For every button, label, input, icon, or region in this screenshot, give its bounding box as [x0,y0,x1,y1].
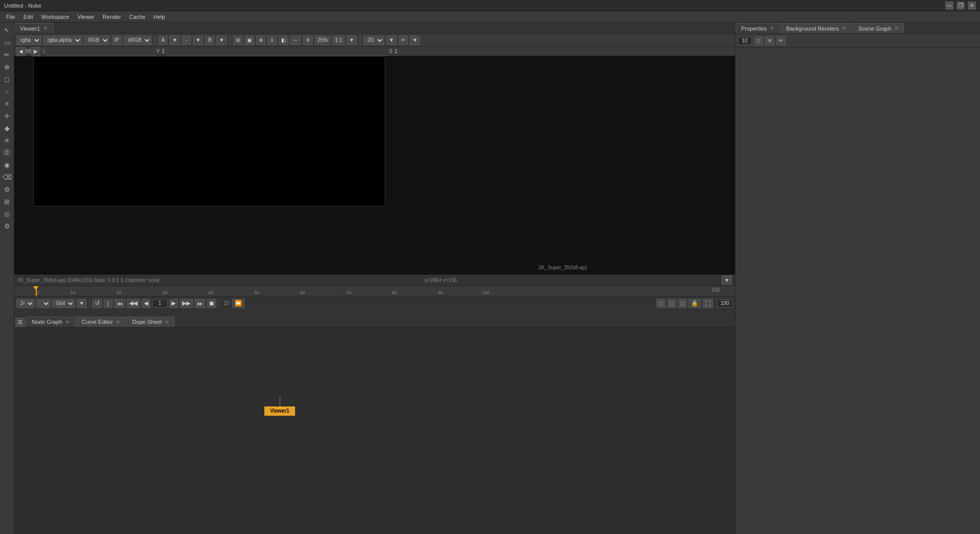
b-button[interactable]: B [205,36,214,45]
viewer-node-box[interactable]: Viewer1 [264,406,295,416]
fast-forward-btn[interactable]: ⏩ [232,299,244,308]
clone-icon[interactable]: ⊕ [2,61,13,72]
compare-icon[interactable]: ≡ [267,36,277,45]
in-out-btn[interactable]: ◼ [207,299,216,308]
wipe-icon[interactable]: ◧ [279,36,288,45]
dropdown-b[interactable]: ▼ [216,36,227,45]
menu-help[interactable]: Help [150,13,169,21]
eye-icon[interactable]: ◉ [2,159,13,170]
viewer-a-btn[interactable]: □ [656,299,666,308]
clip-icon[interactable]: ▣ [244,36,254,45]
global-select[interactable]: Global [52,299,75,308]
viewer1-tab[interactable]: Viewer1 ✕ [14,23,53,33]
go-end-btn[interactable]: ⏭ [194,299,205,308]
flipx-icon[interactable]: ↔ [290,36,301,45]
pencil-icon[interactable]: ✏ [399,36,408,45]
close-button[interactable]: ✕ [968,2,976,10]
paint-icon[interactable]: ⌫ [2,171,13,183]
restore-button[interactable]: ❐ [957,2,965,10]
plugin-icon[interactable]: ◎ [2,208,13,219]
channel-alpha-select[interactable]: rgba.alpha [43,36,82,45]
current-frame-input[interactable] [152,299,167,308]
pause-icon[interactable]: ⏸ [303,36,313,45]
menu-viewer[interactable]: Viewer [74,13,99,21]
prev-frame-btn[interactable]: ◀ [16,47,26,56]
cube-icon[interactable]: ◆ [2,122,13,134]
prev-frame-playback[interactable]: ◀◀ [127,299,140,308]
node-graph-close[interactable]: ✕ [65,319,69,325]
play-loop-btn[interactable]: ▶▶ [180,299,193,308]
wrench-icon[interactable]: ⚙ [2,184,13,195]
properties-btn2[interactable]: ✕ [765,36,774,45]
pointer-icon[interactable]: ↖ [2,24,13,36]
circle-icon[interactable]: ○ [2,86,13,97]
panel-menu-btn[interactable]: ☰ [15,318,25,327]
eraser-icon[interactable]: ◻ [2,73,13,85]
loop-btn[interactable]: ↺ [92,299,102,308]
star-icon[interactable]: ✳ [2,135,13,146]
d-icon[interactable]: ⓓ [2,147,13,158]
select-icon[interactable]: ▭ [2,37,13,48]
next-frame-btn[interactable]: ▶ [31,47,40,56]
go-start-btn[interactable]: ⏮ [114,299,125,308]
mask-icon[interactable]: ⊕ [256,36,265,45]
viewer1-tab-close[interactable]: ✕ [43,26,47,31]
svg-text:80: 80 [392,290,397,295]
content-area: Viewer1 ✕ rgba rgba.alpha RGB IP sRGB A … [14,22,735,534]
minimize-button[interactable]: — [945,2,953,10]
global-dropdown[interactable]: ▼ [77,299,87,308]
frame-mark-btn[interactable]: | [104,299,113,308]
properties-tab[interactable]: Properties ✕ [736,23,779,33]
dope-sheet-close[interactable]: ✕ [165,319,169,325]
move-icon[interactable]: ✛ [2,110,13,121]
a-button[interactable]: A [158,36,167,45]
fps-select[interactable]: 24* [16,299,35,308]
brush-icon[interactable]: ✏ [2,49,13,60]
scene-graph-tab[interactable]: Scene Graph ✕ [852,23,904,33]
menu-workspace[interactable]: Workspace [37,13,74,21]
tl-div2 [219,299,219,308]
end-frame-input[interactable] [717,299,733,308]
divider2 [230,36,230,45]
node-graph-tab[interactable]: Node Graph ✕ [26,317,75,327]
node-graph-area[interactable]: Viewer1 [14,327,735,535]
scene-graph-close[interactable]: ✕ [894,26,898,31]
properties-num-input[interactable] [738,37,752,45]
menu-file[interactable]: File [2,13,19,21]
menu-cache[interactable]: Cache [125,13,150,21]
lock-btn[interactable]: 🔒 [689,299,701,308]
bg-renders-close[interactable]: ✕ [842,26,846,31]
properties-btn1[interactable]: □ [754,36,763,45]
view-mode-select[interactable]: 2D [363,36,384,45]
play-btn[interactable]: ▶ [169,299,178,308]
status-dropdown[interactable]: ▼ [722,275,732,285]
view-options[interactable]: ▼ [386,36,397,45]
prev-one-frame[interactable]: ◀ [141,299,151,308]
dope-sheet-tab[interactable]: Dope Sheet ✕ [127,317,175,327]
display-select[interactable]: sRGB [124,36,152,45]
viewer-c-btn[interactable]: □ [678,299,687,308]
settings-icon[interactable]: ⚙ [2,220,13,232]
menu-render[interactable]: Render [99,13,125,21]
layers-icon[interactable]: ≡ [2,98,13,109]
viewer-b-btn[interactable]: □ [667,299,676,308]
fullscreen-btn[interactable]: ⛶ [702,299,713,308]
bg-renders-tab[interactable]: Background Renders ✕ [780,23,851,33]
curve-editor-tab[interactable]: Curve Editor ✕ [76,317,126,327]
zoom-dropdown[interactable]: ▼ [347,36,357,45]
grid-icon[interactable]: ⊞ [2,196,13,207]
properties-close[interactable]: ✕ [770,26,774,31]
menu-edit[interactable]: Edit [19,13,37,21]
roi-icon[interactable]: ⊞ [233,36,242,45]
tf-select[interactable]: TF [36,299,51,308]
view-extra[interactable]: ▼ [410,36,420,45]
dropdown-a[interactable]: ▼ [169,36,180,45]
viewer-tabbar: Viewer1 ✕ [14,22,735,34]
viewer-node[interactable]: Viewer1 [264,396,295,416]
curve-editor-close[interactable]: ✕ [116,319,120,325]
colorspace-select[interactable]: RGB [84,36,110,45]
dropdown2[interactable]: ▼ [193,36,203,45]
properties-btn3[interactable]: ✏ [776,36,786,45]
frame-jump-label: 10 [224,300,229,306]
channel-left-select[interactable]: rgba [16,36,41,45]
